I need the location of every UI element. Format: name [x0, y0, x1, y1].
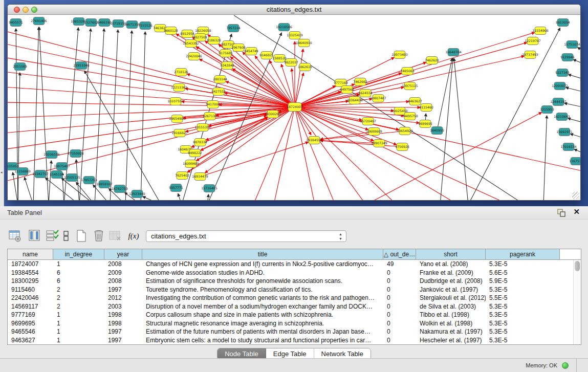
show-columns-icon[interactable]: [28, 229, 41, 243]
table-row[interactable]: 911546021997Tourette syndrome. Phenomeno…: [8, 286, 581, 294]
delete-column-icon[interactable]: [92, 229, 105, 243]
graph-node[interactable]: 14495758: [402, 113, 418, 120]
graph-edge[interactable]: [110, 30, 118, 200]
close-panel-icon[interactable]: ✕: [573, 207, 580, 216]
graph-node[interactable]: 10688609: [366, 128, 382, 136]
table-row[interactable]: 969969511998Structural magnetic resonanc…: [8, 319, 581, 328]
graph-node[interactable]: 12505135: [64, 174, 80, 182]
graph-node[interactable]: 13975115: [402, 82, 418, 90]
float-panel-icon[interactable]: [557, 209, 565, 217]
graph-node[interactable]: 11156869: [14, 168, 31, 176]
graph-edge[interactable]: [543, 116, 547, 200]
graph-node[interactable]: 1640955: [430, 127, 444, 135]
table-row[interactable]: 1872400712008Changes of HCN gene express…: [8, 260, 581, 269]
graph-node[interactable]: 10807487: [370, 95, 386, 102]
graph-node[interactable]: 19737493: [522, 51, 538, 59]
column-header-short[interactable]: short: [416, 249, 486, 259]
graph-node[interactable]: 2718126: [174, 69, 188, 76]
graph-node[interactable]: 15720407: [360, 118, 376, 125]
minimize-window-button[interactable]: [23, 7, 29, 13]
graph-node[interactable]: 15692971: [556, 128, 573, 136]
graph-edge[interactable]: [568, 118, 580, 123]
graph-node[interactable]: 7957224: [226, 25, 241, 32]
graph-edge[interactable]: [578, 48, 580, 51]
graph-node[interactable]: 1862615: [298, 63, 312, 71]
column-header-out_de[interactable]: △ out_de…: [383, 249, 416, 259]
graph-node[interactable]: 16914479: [192, 173, 208, 181]
graph-node[interactable]: 15716485: [201, 185, 217, 192]
table-row[interactable]: 1938455462009Genome-wide association stu…: [8, 269, 581, 277]
graph-node[interactable]: 7462620: [425, 57, 439, 64]
graph-edge[interactable]: [200, 59, 295, 107]
graph-edge[interactable]: [230, 57, 295, 107]
graph-node[interactable]: 1145194: [50, 171, 64, 179]
graph-node[interactable]: 16671358: [124, 21, 140, 29]
graph-node[interactable]: 16648784: [445, 49, 462, 56]
network-window[interactable]: citations_edges.txt 94055712769140610653…: [7, 4, 581, 201]
graph-node[interactable]: 20206536: [43, 151, 60, 159]
graph-edge[interactable]: [141, 32, 145, 200]
graph-node[interactable]: 10107553: [167, 98, 184, 105]
graph-node[interactable]: 12093872: [552, 82, 568, 90]
graph-node[interactable]: 19654908: [169, 115, 185, 123]
graph-node[interactable]: 7515526: [138, 22, 153, 30]
graph-node[interactable]: 20364436: [346, 97, 363, 104]
graph-edge[interactable]: [454, 58, 468, 200]
graph-node[interactable]: 16958107: [96, 181, 113, 188]
table-vertical-scrollbar[interactable]: [573, 260, 581, 344]
graph-node[interactable]: 2051069: [13, 63, 27, 71]
graph-node[interactable]: 18907249: [371, 140, 387, 147]
graph-node[interactable]: 13325419: [287, 32, 303, 39]
graph-node[interactable]: 9115460: [419, 104, 433, 112]
graph-node[interactable]: 22420046: [186, 53, 202, 60]
table-row[interactable]: 1456911722003Disruption of a novel membe…: [8, 302, 581, 311]
split-view-icon[interactable]: [62, 229, 70, 243]
graph-edge[interactable]: [274, 107, 295, 200]
graph-node[interactable]: 9822037: [284, 59, 298, 67]
column-header-name[interactable]: name: [8, 249, 53, 259]
network-window-titlebar[interactable]: citations_edges.txt: [8, 5, 580, 15]
graph-edge[interactable]: [295, 107, 580, 171]
graph-node[interactable]: 9463627: [408, 98, 422, 105]
graph-node[interactable]: 9242848: [220, 62, 234, 70]
scrollbar-thumb[interactable]: [575, 261, 580, 271]
graph-edge[interactable]: [13, 172, 18, 200]
graph-node[interactable]: 9175685: [219, 50, 233, 57]
graph-node[interactable]: 10973493: [391, 51, 408, 59]
graph-node[interactable]: 7485063: [400, 68, 415, 75]
graph-node[interactable]: 12219787: [525, 37, 541, 45]
graph-edge[interactable]: [18, 73, 20, 200]
graph-node[interactable]: 8813054: [556, 19, 570, 27]
graph-edge[interactable]: [468, 28, 560, 200]
graph-node[interactable]: 27691406: [31, 17, 47, 25]
close-window-button[interactable]: [14, 7, 20, 13]
graph-node[interactable]: 2803144: [213, 76, 227, 83]
graph-node[interactable]: 7625402: [175, 172, 189, 180]
graph-node[interactable]: 12342757: [32, 170, 49, 178]
table-row[interactable]: 2242004622012Investigating the contribut…: [8, 294, 581, 302]
graph-edge[interactable]: [574, 149, 580, 154]
graph-node[interactable]: 9498222: [188, 149, 202, 157]
graph-node[interactable]: 13555354: [194, 124, 211, 132]
table-options-icon[interactable]: [8, 229, 21, 243]
table-row[interactable]: 946554611997Estimation of the future num…: [8, 327, 581, 336]
graph-node[interactable]: 8427552: [211, 88, 226, 96]
graph-node[interactable]: 9699695: [418, 120, 432, 128]
graph-node-hub[interactable]: 18724007: [287, 103, 303, 112]
zoom-window-button[interactable]: [31, 7, 37, 13]
column-header-pagerank[interactable]: pagerank: [486, 249, 560, 259]
graph-edge[interactable]: [320, 141, 402, 147]
graph-node[interactable]: 21953346: [73, 62, 90, 70]
select-rows-icon[interactable]: [46, 229, 59, 243]
graph-node[interactable]: 16543392: [183, 40, 199, 48]
graph-edge[interactable]: [295, 107, 366, 200]
graph-edge[interactable]: [8, 107, 295, 133]
graph-node[interactable]: 19166827: [171, 129, 188, 137]
network-canvas[interactable]: 9405571276914061065328715276026466160107…: [8, 15, 580, 200]
graph-edge[interactable]: [200, 142, 309, 177]
column-header-year[interactable]: year: [104, 249, 142, 259]
graph-node[interactable]: 7462662: [353, 78, 367, 86]
graph-edge[interactable]: [125, 31, 132, 200]
graph-edge[interactable]: [568, 74, 580, 79]
graph-node[interactable]: 9146821: [259, 52, 274, 59]
